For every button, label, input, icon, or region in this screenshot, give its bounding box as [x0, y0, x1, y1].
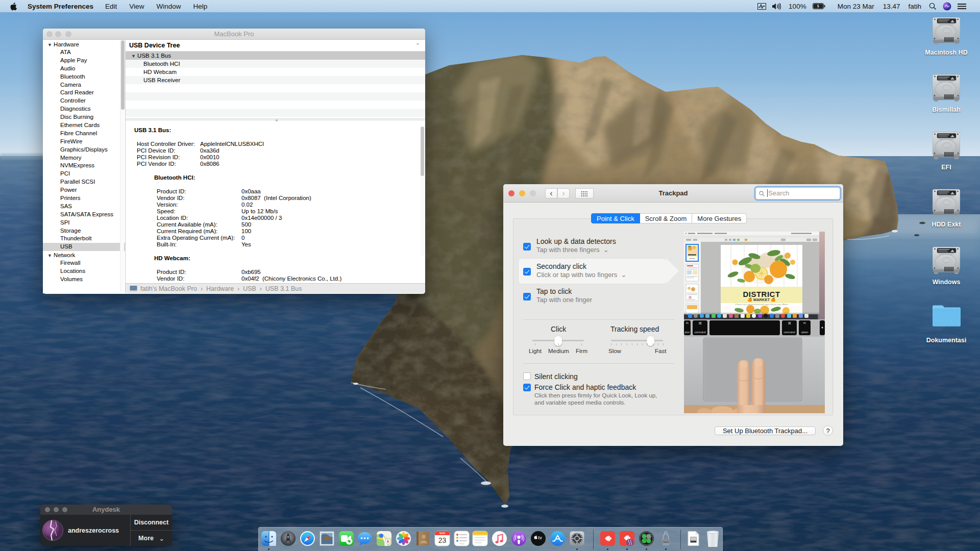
svg-text:MAR: MAR [439, 532, 446, 535]
svg-text:#1: #1 [686, 322, 689, 324]
svg-text:option: option [801, 331, 808, 334]
svg-text:⌘: ⌘ [698, 321, 702, 325]
svg-text:tv: tv [538, 535, 542, 540]
svg-text:Flavors of a prepared fruit an: Flavors of a prepared fruit and veges li… [735, 303, 788, 306]
svg-text:⌘: ⌘ [788, 321, 791, 325]
svg-text:command: command [695, 331, 706, 334]
svg-text:ption: ption [685, 331, 690, 334]
svg-text:#1: #1 [803, 322, 806, 324]
svg-text:command: command [784, 331, 795, 334]
svg-text:23: 23 [438, 536, 447, 544]
svg-text:🍊 MARKET 🍊: 🍊 MARKET 🍊 [748, 297, 776, 302]
